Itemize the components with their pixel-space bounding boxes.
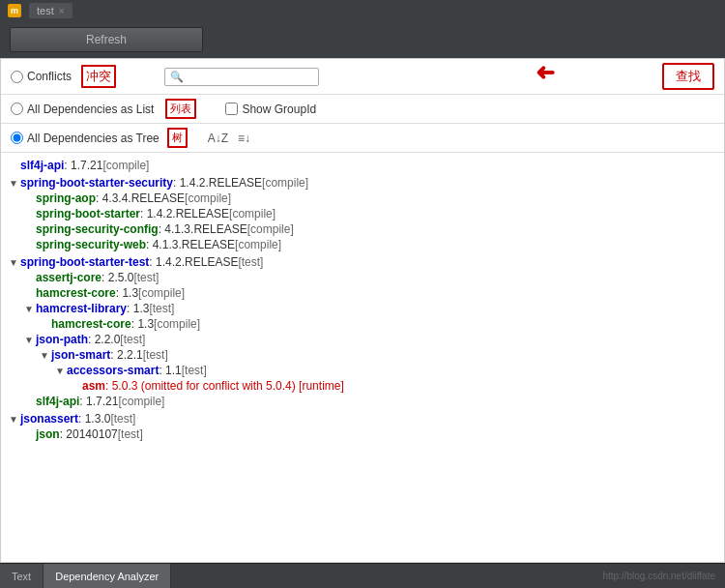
expand-icon[interactable] [55, 366, 67, 376]
show-groupid-option[interactable]: Show GroupId [225, 103, 316, 116]
tree-row[interactable]: hamcrest-library : 1.3 [test] [1, 301, 724, 316]
app-icon: m [8, 4, 21, 17]
close-tab-button[interactable]: × [59, 6, 65, 16]
options-row-1: Conflicts 冲突 🔍 ➜ 查找 [1, 59, 724, 95]
tab-name: test [37, 5, 54, 16]
tree-row[interactable]: assertj-core : 2.5.0 [test] [1, 270, 724, 285]
show-groupid-checkbox[interactable] [225, 103, 238, 115]
tree-row[interactable]: json : 20140107 [test] [1, 426, 724, 442]
all-deps-list-label: All Dependencies as List [27, 103, 154, 116]
tree-row[interactable]: spring-boot-starter : 1.4.2.RELEASE [com… [1, 206, 724, 221]
title-bar: m test × [0, 0, 725, 21]
list-item: slf4j-api : 1.7.21 [compile] [1, 157, 724, 174]
conflicts-radio[interactable]: Conflicts [11, 70, 72, 83]
all-deps-list-radio[interactable]: All Dependencies as List [11, 103, 154, 116]
refresh-button[interactable]: Refresh [10, 27, 203, 52]
bottom-bar: Text Dependency Analyzer http://blog.csd… [0, 563, 725, 588]
all-deps-list-radio-input[interactable] [11, 103, 23, 115]
list-item: spring-boot-starter-security : 1.4.2.REL… [1, 174, 724, 253]
tree-annotation: 树 [167, 128, 188, 148]
sort-za-icon[interactable]: ≡↓ [238, 132, 250, 145]
arrow-annotation: ➜ [536, 59, 555, 86]
search-box: 🔍 [164, 68, 319, 86]
tree-row[interactable]: jsonassert : 1.3.0 [test] [1, 411, 724, 426]
search-input[interactable] [187, 71, 313, 82]
search-icon: 🔍 [170, 71, 184, 83]
all-deps-tree-radio[interactable]: All Dependencies as Tree [11, 132, 160, 145]
tree-row[interactable]: spring-boot-starter-test : 1.4.2.RELEASE… [1, 254, 724, 270]
tree-row[interactable]: spring-security-config : 4.1.3.RELEASE [… [1, 221, 724, 237]
list-item: jsonassert : 1.3.0 [test] json : 2014010… [1, 410, 724, 443]
show-groupid-label: Show GroupId [242, 103, 316, 116]
tree-row[interactable]: accessors-smart : 1.1 [test] [1, 363, 724, 378]
sort-az-icon[interactable]: A↓Z [208, 132, 228, 145]
options-row-2: All Dependencies as List 列表 Show GroupId [1, 95, 724, 124]
conflicts-label: Conflicts [27, 70, 72, 83]
expand-icon[interactable] [24, 304, 36, 314]
tree-view: slf4j-api : 1.7.21 [compile] spring-boot… [1, 153, 724, 562]
tree-row[interactable]: json-smart : 2.2.1 [test] [1, 347, 724, 363]
expand-icon[interactable] [9, 178, 20, 189]
find-button[interactable]: 查找 [662, 63, 714, 90]
tree-row[interactable]: slf4j-api : 1.7.21 [compile] [1, 394, 724, 409]
expand-icon[interactable] [40, 350, 51, 361]
tree-row[interactable]: spring-security-web : 4.1.3.RELEASE [com… [1, 237, 724, 252]
tree-row[interactable]: asm : 5.0.3 (omitted for conflict with 5… [1, 378, 724, 394]
text-tab[interactable]: Text [0, 564, 44, 588]
title-tab[interactable]: test × [29, 3, 72, 18]
main-panel: Conflicts 冲突 🔍 ➜ 查找 All Dependencies as … [0, 58, 725, 563]
tree-row[interactable]: spring-boot-starter-security : 1.4.2.REL… [1, 175, 724, 191]
toolbar: Refresh [0, 21, 725, 58]
expand-icon[interactable] [9, 414, 20, 425]
tree-row[interactable]: hamcrest-core : 1.3 [compile] [1, 285, 724, 301]
all-deps-tree-radio-input[interactable] [11, 132, 23, 144]
watermark: http://blog.csdn.net/diiffate [602, 571, 715, 581]
tree-row[interactable]: json-path : 2.2.0 [test] [1, 332, 724, 347]
conflicts-annotation: 冲突 [81, 65, 116, 88]
list-annotation: 列表 [165, 99, 196, 119]
expand-icon[interactable] [24, 335, 36, 345]
all-deps-tree-label: All Dependencies as Tree [27, 132, 160, 145]
list-item: spring-boot-starter-test : 1.4.2.RELEASE… [1, 253, 724, 410]
options-row-3: All Dependencies as Tree 树 A↓Z ≡↓ [1, 124, 724, 153]
conflicts-radio-input[interactable] [11, 71, 23, 83]
tree-row[interactable]: spring-aop : 4.3.4.RELEASE [compile] [1, 191, 724, 206]
tree-row[interactable]: slf4j-api : 1.7.21 [compile] [1, 158, 724, 173]
expand-icon[interactable] [9, 257, 20, 268]
tree-row[interactable]: hamcrest-core : 1.3 [compile] [1, 316, 724, 332]
dependency-analyzer-tab[interactable]: Dependency Analyzer [44, 564, 171, 588]
